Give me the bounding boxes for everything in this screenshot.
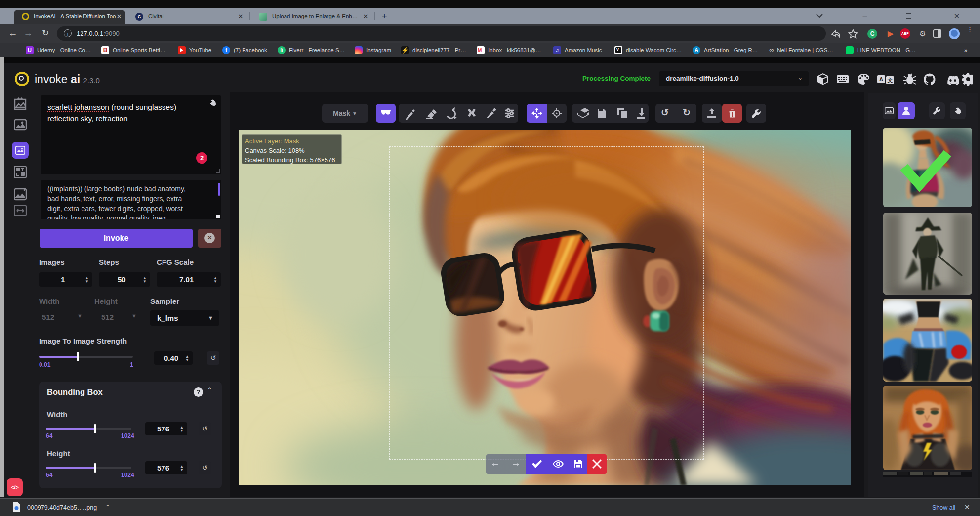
svg-text:A: A: [879, 76, 883, 82]
svg-text:文: 文: [887, 77, 893, 83]
